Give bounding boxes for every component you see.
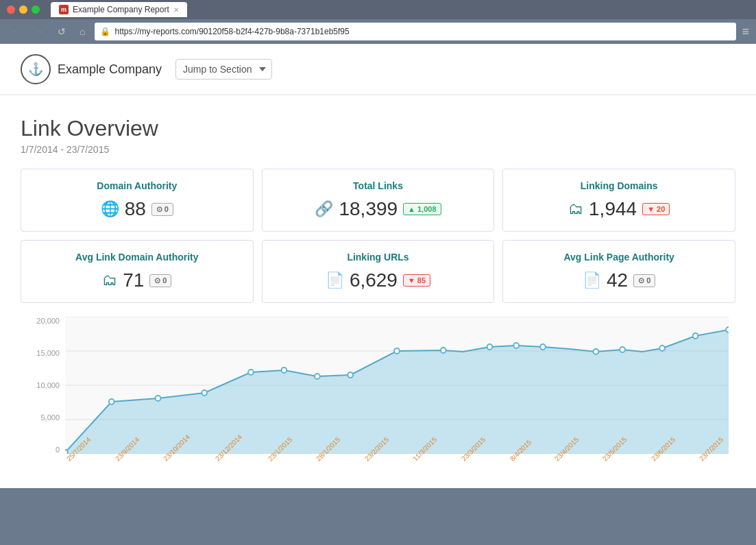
data-point-12 [540, 344, 546, 350]
metric-icon-0: 🌐 [101, 200, 119, 218]
data-point-2 [156, 396, 161, 401]
metric-icon-2: 🗂 [568, 200, 583, 218]
tab-title: Example Company Report [73, 5, 169, 14]
badge-value-5: 0 [646, 276, 650, 284]
data-point-3 [202, 390, 207, 396]
metric-icon-3: 🗂 [102, 271, 117, 289]
metric-label-3: Avg Link Domain Authority [35, 252, 239, 263]
y-label-1: 5,000 [40, 413, 60, 422]
badge-value-3: 0 [162, 276, 167, 284]
tab-close-icon[interactable]: ✕ [173, 6, 179, 14]
metric-value-row-3: 🗂 71 ⊙ 0 [35, 269, 239, 291]
y-label-4: 20,000 [36, 317, 60, 325]
browser-tab[interactable]: m Example Company Report ✕ [51, 2, 187, 17]
url-text: https://my-reports.com/90120f58-b2f4-427… [114, 27, 349, 36]
data-point-15 [659, 346, 665, 351]
data-point-9 [441, 348, 446, 353]
metric-badge-4: ▼ 85 [403, 274, 430, 287]
badge-icon-0: ⊙ [156, 205, 162, 214]
site-header: ⚓ Example Company Jump to Section Link O… [0, 44, 756, 95]
metric-label-1: Total Links [276, 180, 480, 191]
badge-icon-3: ⊙ [154, 276, 160, 285]
browser-titlebar: m Example Company Report ✕ [0, 0, 756, 19]
y-label-2: 10,000 [36, 381, 60, 389]
badge-value-4: 85 [417, 276, 426, 284]
metric-number-2: 1,944 [589, 198, 637, 220]
anchor-icon: ⚓ [28, 62, 43, 77]
data-point-1 [109, 399, 114, 404]
home-button[interactable]: ⌂ [75, 25, 89, 38]
metric-badge-0: ⊙ 0 [151, 203, 173, 216]
back-button[interactable]: ← [7, 25, 25, 38]
badge-icon-2: ▼ [647, 205, 655, 213]
badge-icon-5: ⊙ [638, 276, 644, 285]
data-point-13 [594, 349, 599, 354]
metric-card-avg-link-page-authority: Avg Link Page Authority 📄 42 ⊙ 0 [502, 240, 735, 303]
metric-badge-5: ⊙ 0 [633, 274, 655, 287]
page-title: Link Overview [21, 116, 735, 141]
metric-icon-1: 🔗 [315, 200, 333, 218]
x-axis: 25/7/2014 23/9/2014 23/10/2014 23/12/201… [65, 454, 729, 474]
metric-icon-5: 📄 [583, 271, 601, 289]
close-dot[interactable] [7, 5, 15, 14]
chart-area [65, 317, 729, 454]
badge-value-2: 20 [657, 205, 665, 213]
metrics-grid-row1: Domain Authority 🌐 88 ⊙ 0 Total Links [21, 169, 735, 232]
chart-svg [65, 317, 729, 454]
main-content: Link Overview 1/7/2014 - 23/7/2015 Domai… [0, 95, 756, 488]
data-point-10 [487, 344, 493, 350]
metrics-grid-row2: Avg Link Domain Authority 🗂 71 ⊙ 0 Linki… [21, 240, 735, 303]
metric-badge-1: ▲ 1,008 [403, 203, 441, 215]
metric-badge-2: ▼ 20 [642, 203, 670, 215]
maximize-dot[interactable] [32, 5, 40, 14]
badge-icon-1: ▲ [408, 205, 415, 213]
metric-value-row-0: 🌐 88 ⊙ 0 [35, 198, 239, 220]
metric-badge-3: ⊙ 0 [149, 274, 171, 287]
tab-favicon: m [59, 5, 69, 14]
data-point-17 [726, 327, 729, 332]
badge-icon-4: ▼ [408, 276, 415, 284]
badge-value-1: 1,008 [417, 205, 437, 213]
company-name: Example Company [58, 62, 162, 77]
metric-label-5: Avg Link Page Authority [517, 252, 721, 263]
metric-card-total-links: Total Links 🔗 18,399 ▲ 1,008 [262, 169, 495, 232]
y-axis: 0 5,000 10,000 15,000 20,000 [27, 317, 65, 454]
chart-wrapper: 0 5,000 10,000 15,000 20,000 [27, 317, 729, 474]
lock-icon: 🔒 [100, 27, 110, 36]
logo-icon: ⚓ [21, 54, 51, 84]
data-point-11 [513, 343, 519, 348]
y-label-3: 15,000 [36, 349, 60, 357]
metric-value-row-5: 📄 42 ⊙ 0 [517, 269, 721, 291]
badge-value-0: 0 [164, 205, 169, 213]
data-point-6 [315, 374, 320, 379]
jump-to-section-select[interactable]: Jump to Section Link Overview Anchor Tex… [175, 59, 272, 80]
page-content: ⚓ Example Company Jump to Section Link O… [0, 44, 756, 488]
data-point-4 [248, 370, 254, 375]
metric-value-row-2: 🗂 1,944 ▼ 20 [517, 198, 721, 220]
metric-card-linking-domains: Linking Domains 🗂 1,944 ▼ 20 [502, 169, 735, 232]
y-label-0: 0 [56, 446, 60, 454]
metric-number-5: 42 [607, 269, 628, 291]
forward-button[interactable]: → [30, 25, 48, 38]
data-point-14 [620, 347, 625, 352]
metric-card-linking-urls: Linking URLs 📄 6,629 ▼ 85 [262, 240, 495, 303]
metric-value-row-1: 🔗 18,399 ▲ 1,008 [276, 198, 480, 220]
metric-number-1: 18,399 [339, 198, 398, 220]
minimize-dot[interactable] [19, 5, 27, 14]
reload-button[interactable]: ↺ [53, 25, 70, 38]
address-bar[interactable]: 🔒 https://my-reports.com/90120f58-b2f4-4… [95, 23, 736, 40]
chart-container: 0 5,000 10,000 15,000 20,000 [21, 317, 735, 474]
metric-number-3: 71 [123, 269, 144, 291]
metric-label-2: Linking Domains [517, 180, 721, 191]
data-point-7 [347, 372, 353, 378]
metric-number-0: 88 [125, 198, 146, 220]
metric-label-0: Domain Authority [35, 180, 239, 191]
browser-toolbar: ← → ↺ ⌂ 🔒 https://my-reports.com/90120f5… [0, 19, 756, 44]
data-point-16 [693, 333, 698, 339]
metric-card-avg-link-domain-authority: Avg Link Domain Authority 🗂 71 ⊙ 0 [21, 240, 254, 303]
metric-value-row-4: 📄 6,629 ▼ 85 [276, 269, 480, 291]
data-point-5 [282, 367, 287, 373]
metric-number-4: 6,629 [350, 269, 398, 291]
data-point-8 [394, 348, 400, 354]
menu-button[interactable]: ≡ [742, 25, 749, 39]
